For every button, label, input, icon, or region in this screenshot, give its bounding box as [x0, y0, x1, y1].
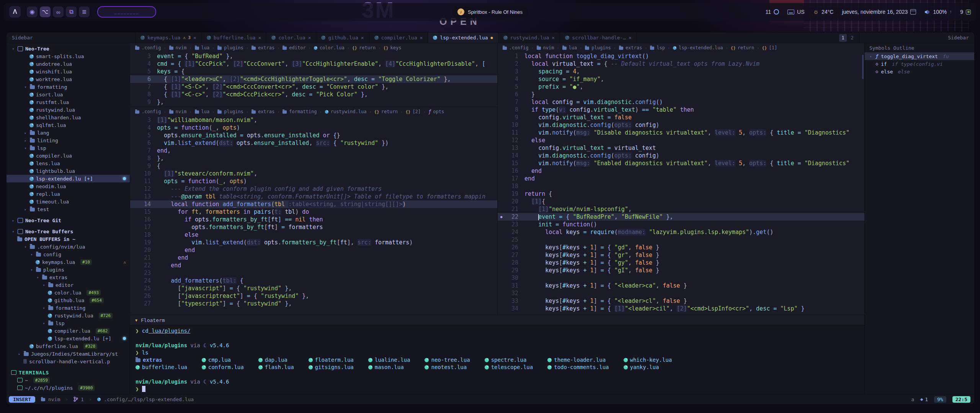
terminal-item[interactable]: ~#2859 [7, 376, 130, 384]
file-entry[interactable]: mason.lua [368, 364, 410, 371]
breadcrumb-item[interactable]: plugins [217, 45, 243, 50]
tree-folder[interactable]: ▸lang [7, 129, 130, 137]
file-entry[interactable]: neotest.lua [425, 364, 470, 371]
tabpage-number[interactable]: 2 [848, 34, 856, 42]
breadcrumb-item[interactable]: {}[1] [762, 45, 777, 50]
breadcrumb-item[interactable]: extras [619, 45, 642, 50]
tree-file[interactable]: lens.lua [7, 159, 130, 167]
outline-item[interactable]: ◇ifif type(config.vi [865, 60, 974, 68]
breadcrumb-item[interactable]: {}return [374, 109, 398, 114]
updates-badge[interactable]: 11 [766, 9, 779, 15]
tree-folder[interactable]: ▸linting [7, 137, 130, 144]
breadcrumb-item[interactable]: formatting [282, 109, 317, 114]
keyboard-layout-badge[interactable]: US [787, 9, 804, 15]
breadcrumb-item[interactable]: nvim [536, 45, 554, 50]
close-icon[interactable]: × [193, 35, 196, 41]
breadcrumb-item[interactable]: plugins [585, 45, 611, 50]
tree-file[interactable]: scrollbar-handle-vertical.p [7, 358, 130, 365]
file-entry[interactable]: todo-comments.lua [547, 364, 609, 371]
code-area[interactable]: 3[1]"williamboman/mason.nvim",4opts = fu… [130, 116, 497, 315]
tree-file[interactable]: color.lua#493 [7, 289, 130, 296]
tree-folder[interactable]: ▾extras [7, 273, 130, 281]
tree-file[interactable]: worktree.lua [7, 75, 130, 83]
file-entry[interactable]: dap.lua [258, 356, 294, 364]
breadcrumb-item[interactable]: editor [282, 45, 305, 50]
editor-tab[interactable]: keymaps.lua⚠ 3× [136, 33, 202, 43]
tree-section-header[interactable]: TERMINALS [7, 369, 130, 376]
tree-folder[interactable]: ▾formatting [7, 304, 130, 312]
code-area[interactable]: 3event = { "BufRead" },4cmd = { [1]"CccP… [130, 52, 497, 107]
tree-section-header[interactable]: ▾Neo-Tree Buffers [7, 228, 130, 235]
tree-file[interactable]: undotree.lua [7, 60, 130, 68]
tree-folder[interactable]: ▸Juegos/Indies/SteamLibrary/st [7, 350, 130, 358]
outline-item[interactable]: ◇elseelse [865, 68, 974, 75]
collapse-icon[interactable]: ▼ [135, 318, 137, 322]
breadcrumb-item[interactable]: nvim [169, 45, 187, 50]
file-entry[interactable]: neo-tree.lua [425, 356, 470, 364]
clock-widget[interactable]: jueves, noviembre 16, 2023 [842, 9, 916, 15]
tree-file[interactable]: compiler.lua [7, 152, 130, 159]
topbar-shortcut-2[interactable]: ⌥ [40, 7, 51, 17]
volume-widget[interactable]: 100% ↑ [924, 9, 952, 15]
editor-pane-color-lua[interactable]: .config›nvim›lua›plugins›extras›editor›c… [130, 43, 497, 107]
breadcrumb-item[interactable]: color.lua [314, 45, 345, 50]
outline-item[interactable]: ▾ƒtoggle_diag_virtextfu [865, 52, 974, 60]
editor-tab[interactable]: bufferline.lua× [202, 33, 266, 43]
breadcrumb-item[interactable]: nvim [169, 109, 187, 114]
weather-badge[interactable]: ☼ 24°C [813, 8, 834, 16]
tree-file[interactable]: rustywind.lua [7, 106, 130, 114]
breadcrumb-item[interactable]: .config [135, 109, 161, 114]
tree-file[interactable]: bufferline.lua#328 [7, 342, 130, 350]
directory-entry[interactable]: extras [136, 356, 187, 364]
topbar-widget-pill[interactable]: ________ [97, 6, 156, 18]
file-entry[interactable]: telescope.lua [485, 364, 533, 371]
tree-section-header[interactable]: ▸Neo-Tree Git [7, 216, 130, 224]
topbar-shortcut-1[interactable]: ◉ [27, 7, 38, 17]
topbar-shortcut-4[interactable]: ⧉ [66, 7, 77, 17]
tree-folder[interactable]: ▾lsp [7, 144, 130, 152]
breadcrumb-item[interactable]: extras [251, 45, 274, 50]
editor-tab[interactable]: color.lua× [266, 33, 316, 43]
breadcrumb-item[interactable]: lua [562, 45, 577, 50]
close-icon[interactable]: × [258, 35, 261, 41]
tree-file[interactable]: lightbulb.lua [7, 167, 130, 175]
tree-folder[interactable]: ▾lsp [7, 319, 130, 327]
breadcrumb-item[interactable]: {}return [731, 45, 755, 50]
breadcrumb-item[interactable]: {}[2] [405, 109, 421, 114]
close-icon[interactable]: × [308, 35, 311, 41]
editor-tab[interactable]: github.lua× [316, 33, 369, 43]
breadcrumb-item[interactable]: ƒopts [428, 109, 444, 114]
breadcrumb-item[interactable]: lsp [650, 45, 665, 50]
file-entry[interactable]: yanky.lua [624, 364, 672, 371]
file-entry[interactable]: which-key.lua [624, 356, 672, 364]
tree-file[interactable]: rustywind.lua#726 [7, 312, 130, 319]
close-icon[interactable]: × [420, 35, 423, 41]
tree-file[interactable]: winshift.lua [7, 68, 130, 75]
file-entry[interactable]: bufferline.lua [136, 364, 187, 371]
breadcrumb-item[interactable]: extras [251, 109, 274, 114]
tabpage-number[interactable]: 1 [839, 34, 847, 42]
tree-file[interactable]: OPEN BUFFERS in ~ [7, 235, 130, 243]
tree-folder[interactable]: ▾formatting [7, 83, 130, 91]
file-entry[interactable]: lualine.lua [368, 356, 410, 364]
file-entry[interactable]: conform.lua [202, 364, 244, 371]
breadcrumb-item[interactable]: {}return [352, 45, 376, 50]
scrollbar-handle[interactable] [862, 55, 864, 79]
tree-file[interactable]: smart-splits.lua [7, 52, 130, 60]
tree-file[interactable]: lsp-extended.lu [+] [7, 335, 130, 342]
breadcrumb-item[interactable]: plugins [217, 109, 243, 114]
tree-folder[interactable]: ▾.config/nvim/lua [7, 243, 130, 250]
editor-pane-lsp-extended-lua[interactable]: .config›nvim›lua›plugins›extras›lsp›lsp-… [498, 43, 864, 315]
editor-tab[interactable]: scrollbar-handle-…× [560, 33, 637, 43]
file-entry[interactable]: spectre.lua [485, 356, 533, 364]
breadcrumb-item[interactable]: lua [194, 109, 210, 114]
breadcrumb-item[interactable]: rustywind.lua [325, 109, 367, 114]
tree-folder[interactable]: ▸test [7, 205, 130, 213]
tree-folder[interactable]: ▾editor [7, 281, 130, 289]
editor-tab[interactable]: rustywind.lua× [498, 33, 560, 43]
launcher-button[interactable]: Λ [9, 6, 21, 18]
tree-folder[interactable]: ▾config [7, 250, 130, 258]
tree-file[interactable]: timeout.lua [7, 198, 130, 205]
breadcrumb-item[interactable]: lsp-extended.lua [673, 45, 723, 50]
close-icon[interactable]: × [629, 35, 632, 41]
